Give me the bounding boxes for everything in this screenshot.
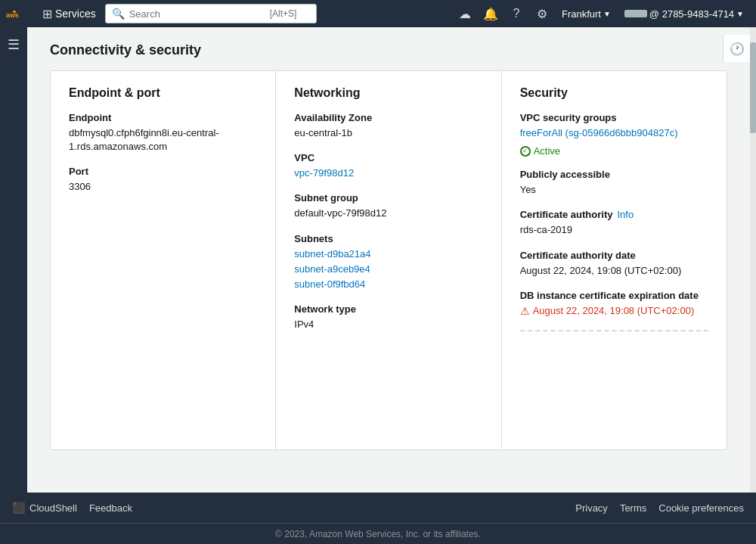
vpc-link[interactable]: vpc-79f98d12	[294, 166, 482, 180]
services-menu[interactable]: ⊞ Services	[36, 4, 102, 24]
footer-links: Privacy Terms Cookie preferences	[575, 502, 744, 514]
account-selector[interactable]: @ 2785-9483-4714 ▼	[618, 5, 750, 23]
security-section: Security VPC security groups freeForAll …	[502, 71, 727, 449]
scrollbar-thumb	[750, 42, 756, 133]
network-type-label: Network type	[294, 303, 482, 315]
warning-icon: ⚠	[520, 305, 530, 317]
footer: © 2023, Amazon Web Services, Inc. or its…	[0, 523, 756, 544]
security-title: Security	[520, 86, 708, 100]
dashed-divider	[520, 330, 708, 331]
account-chevron: ▼	[736, 10, 744, 18]
active-badge: Active	[520, 145, 560, 157]
subnet-group-label: Subnet group	[294, 192, 482, 204]
az-label: Availability Zone	[294, 112, 482, 123]
subnets-label: Subnets	[294, 233, 482, 244]
publicly-accessible-value: Yes	[520, 183, 708, 197]
settings-icon-btn[interactable]: ⚙	[530, 2, 554, 26]
history-button[interactable]: 🕐	[723, 35, 750, 62]
network-type-value: IPv4	[294, 318, 482, 331]
account-bar	[624, 10, 647, 17]
cert-authority-label: Certificate authority	[520, 209, 613, 220]
gear-icon: ⚙	[537, 7, 547, 21]
subnet-link-1[interactable]: subnet-a9ceb9e4	[294, 263, 482, 276]
cert-info-link[interactable]: Info	[617, 209, 634, 220]
db-cert-expiry-warning: ⚠ August 22, 2024, 19:08 (UTC+02:00)	[520, 304, 708, 318]
search-icon: 🔍	[112, 8, 125, 20]
search-input[interactable]	[129, 8, 265, 20]
cloud-icon: ☁	[459, 7, 471, 21]
vpc-sg-label: VPC security groups	[520, 112, 708, 123]
subnet-link-2[interactable]: subnet-0f9fbd64	[294, 278, 482, 291]
bottom-bar: ⬛ CloudShell Feedback Privacy Terms Cook…	[0, 493, 756, 523]
vpc-sg-link[interactable]: freeForAll (sg-05966d6bbb904827c)	[520, 126, 708, 140]
svg-text:aws: aws	[6, 11, 19, 19]
grid-icon: ⊞	[42, 7, 52, 21]
endpoint-port-section: Endpoint & port Endpoint dbfmysql0.cfph6…	[51, 71, 276, 449]
db-cert-expiry-label: DB instance certificate expiration date	[520, 290, 708, 301]
privacy-link[interactable]: Privacy	[575, 502, 608, 514]
right-scrollbar[interactable]	[750, 27, 756, 493]
main-layout: ☰ 🕐 Connectivity & security Endpoint & p…	[0, 27, 756, 493]
terms-link[interactable]: Terms	[620, 502, 646, 514]
account-label: @ 2785-9483-4714	[649, 8, 734, 20]
cloud-icon-btn[interactable]: ☁	[453, 2, 477, 26]
help-icon-btn[interactable]: ?	[504, 2, 528, 26]
endpoint-port-title: Endpoint & port	[69, 86, 257, 100]
services-label: Services	[55, 8, 96, 20]
copyright-text: © 2023, Amazon Web Services, Inc. or its…	[275, 529, 481, 539]
cert-date-value: August 22, 2024, 19:08 (UTC+02:00)	[520, 264, 708, 278]
sidebar-toggle[interactable]: ☰	[3, 33, 24, 56]
top-nav: aws ⊞ Services 🔍 [Alt+S] ☁ 🔔 ? ⚙ Frankfu…	[0, 0, 756, 27]
search-bar[interactable]: 🔍 [Alt+S]	[105, 4, 317, 23]
section-title: Connectivity & security	[50, 42, 727, 58]
cloudshell-icon: ⬛	[12, 502, 25, 514]
search-shortcut: [Alt+S]	[270, 8, 297, 19]
region-label: Frankfurt	[562, 8, 601, 20]
aws-logo[interactable]: aws	[6, 2, 30, 26]
networking-title: Networking	[294, 86, 482, 100]
networking-section: Networking Availability Zone eu-central-…	[276, 71, 501, 449]
cloudshell-button[interactable]: ⬛ CloudShell	[12, 502, 77, 514]
hamburger-icon: ☰	[8, 37, 20, 52]
cookie-preferences-link[interactable]: Cookie preferences	[658, 502, 744, 514]
region-selector[interactable]: Frankfurt ▼	[556, 5, 617, 23]
port-label: Port	[69, 166, 257, 177]
endpoint-label: Endpoint	[69, 112, 257, 123]
port-value: 3306	[69, 180, 257, 194]
nav-icons: ☁ 🔔 ? ⚙ Frankfurt ▼ @ 2785-9483-4714 ▼	[453, 2, 750, 26]
endpoint-value: dbfmysql0.cfph6fginn8i.eu-central-1.rds.…	[69, 126, 257, 154]
content-area: 🕐 Connectivity & security Endpoint & por…	[27, 27, 750, 493]
subnet-link-0[interactable]: subnet-d9ba21a4	[294, 247, 482, 261]
connectivity-card: Endpoint & port Endpoint dbfmysql0.cfph6…	[50, 70, 727, 450]
help-icon: ?	[513, 7, 519, 20]
card-inner: Endpoint & port Endpoint dbfmysql0.cfph6…	[51, 71, 727, 449]
bell-icon: 🔔	[483, 7, 498, 21]
active-label: Active	[534, 145, 560, 157]
history-icon: 🕐	[730, 42, 745, 56]
cert-authority-value: rds-ca-2019	[520, 223, 708, 237]
publicly-accessible-label: Publicly accessible	[520, 169, 708, 180]
subnets-list: subnet-d9ba21a4 subnet-a9ceb9e4 subnet-0…	[294, 247, 482, 292]
subnet-group-value: default-vpc-79f98d12	[294, 207, 482, 220]
bell-icon-btn[interactable]: 🔔	[479, 2, 503, 26]
sidebar: ☰	[0, 27, 27, 493]
db-cert-expiry-link[interactable]: August 22, 2024, 19:08 (UTC+02:00)	[533, 304, 695, 318]
vpc-label: VPC	[294, 152, 482, 163]
region-chevron: ▼	[603, 10, 611, 18]
feedback-button[interactable]: Feedback	[89, 502, 132, 514]
az-value: eu-central-1b	[294, 126, 482, 140]
cloudshell-label: CloudShell	[29, 502, 77, 514]
active-dot	[520, 146, 531, 157]
right-panel-btn[interactable]: 🕐	[723, 27, 750, 493]
cert-date-label: Certificate authority date	[520, 250, 708, 261]
